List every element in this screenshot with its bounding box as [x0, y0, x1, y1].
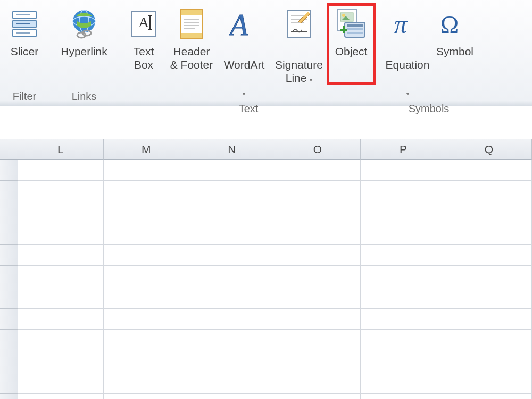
row-header[interactable]	[0, 372, 18, 394]
cell[interactable]	[361, 245, 446, 266]
cell[interactable]	[446, 266, 532, 287]
row-header[interactable]	[0, 160, 18, 181]
cell[interactable]	[189, 181, 275, 202]
row-header[interactable]	[0, 202, 18, 223]
cell[interactable]	[104, 394, 189, 399]
header-footer-button[interactable]: Header & Footer	[165, 4, 218, 99]
cell[interactable]	[189, 202, 275, 223]
column-header[interactable]: P	[361, 139, 446, 160]
row-header[interactable]	[0, 181, 18, 202]
cell[interactable]	[275, 330, 361, 351]
wordart-button[interactable]: A WordArt ▾	[218, 4, 270, 99]
row-header[interactable]	[0, 287, 18, 309]
select-all-corner[interactable]	[0, 139, 18, 160]
cell[interactable]	[446, 394, 532, 399]
cell[interactable]	[361, 160, 446, 181]
cell[interactable]	[446, 351, 532, 372]
cell[interactable]	[446, 223, 532, 245]
row-header[interactable]	[0, 394, 18, 399]
cell[interactable]	[446, 181, 532, 202]
symbol-button[interactable]: Ω Symbol	[434, 4, 476, 99]
cell[interactable]	[275, 160, 361, 181]
column-header[interactable]: O	[275, 139, 361, 160]
cell[interactable]	[189, 309, 275, 330]
row-header[interactable]	[0, 223, 18, 245]
cell[interactable]	[104, 181, 189, 202]
cell[interactable]	[189, 287, 275, 309]
cell[interactable]	[18, 309, 104, 330]
cell[interactable]	[189, 266, 275, 287]
cell[interactable]	[18, 245, 104, 266]
cell[interactable]	[189, 245, 275, 266]
cell[interactable]	[189, 351, 275, 372]
cell[interactable]	[275, 372, 361, 394]
cell[interactable]	[361, 394, 446, 399]
cell[interactable]	[104, 266, 189, 287]
cell[interactable]	[361, 266, 446, 287]
cell[interactable]	[446, 202, 532, 223]
cell[interactable]	[189, 330, 275, 351]
cell[interactable]	[18, 266, 104, 287]
cell[interactable]	[275, 202, 361, 223]
cell[interactable]	[361, 309, 446, 330]
cell[interactable]	[104, 372, 189, 394]
column-header[interactable]: N	[189, 139, 275, 160]
row-header[interactable]	[0, 351, 18, 372]
cell[interactable]	[361, 372, 446, 394]
cell[interactable]	[18, 181, 104, 202]
cell[interactable]	[104, 202, 189, 223]
cell[interactable]	[18, 351, 104, 372]
cell[interactable]	[189, 160, 275, 181]
cell[interactable]	[104, 287, 189, 309]
cell[interactable]	[361, 181, 446, 202]
cell[interactable]	[275, 309, 361, 330]
cell[interactable]	[361, 287, 446, 309]
cell[interactable]	[104, 309, 189, 330]
cell[interactable]	[446, 287, 532, 309]
equation-button[interactable]: π Equation ▾	[381, 4, 434, 99]
cell[interactable]	[104, 330, 189, 351]
cell[interactable]	[104, 351, 189, 372]
cell[interactable]	[361, 351, 446, 372]
cell[interactable]	[18, 202, 104, 223]
cell[interactable]	[361, 202, 446, 223]
cell[interactable]	[18, 160, 104, 181]
object-button[interactable]: Object	[328, 4, 375, 99]
cell[interactable]	[189, 372, 275, 394]
cell[interactable]	[104, 223, 189, 245]
cell[interactable]	[446, 245, 532, 266]
cell[interactable]	[275, 223, 361, 245]
column-header[interactable]: Q	[446, 139, 532, 160]
row-header[interactable]	[0, 309, 18, 330]
signature-line-button[interactable]: Signature Line ▾	[270, 4, 328, 99]
cell[interactable]	[275, 181, 361, 202]
cell[interactable]	[275, 287, 361, 309]
cell[interactable]	[446, 160, 532, 181]
row-header[interactable]	[0, 245, 18, 266]
row-header[interactable]	[0, 266, 18, 287]
cell[interactable]	[18, 394, 104, 399]
cell[interactable]	[18, 287, 104, 309]
text-box-button[interactable]: A Text Box	[122, 4, 165, 99]
column-header[interactable]: L	[18, 139, 104, 160]
cell[interactable]	[361, 223, 446, 245]
cell[interactable]	[275, 245, 361, 266]
cell[interactable]	[446, 372, 532, 394]
hyperlink-button[interactable]: Hyperlink	[53, 4, 115, 87]
row-header[interactable]	[0, 330, 18, 351]
cell[interactable]	[18, 330, 104, 351]
cell[interactable]	[104, 245, 189, 266]
cell[interactable]	[361, 330, 446, 351]
slicer-button[interactable]: Slicer	[3, 4, 46, 87]
cell[interactable]	[446, 309, 532, 330]
cell[interactable]	[189, 223, 275, 245]
cell[interactable]	[275, 266, 361, 287]
column-header[interactable]: M	[104, 139, 189, 160]
cell[interactable]	[446, 330, 532, 351]
cell[interactable]	[189, 394, 275, 399]
cell[interactable]	[18, 372, 104, 394]
cell[interactable]	[104, 160, 189, 181]
cell[interactable]	[18, 223, 104, 245]
cell[interactable]	[275, 351, 361, 372]
cell[interactable]	[275, 394, 361, 399]
